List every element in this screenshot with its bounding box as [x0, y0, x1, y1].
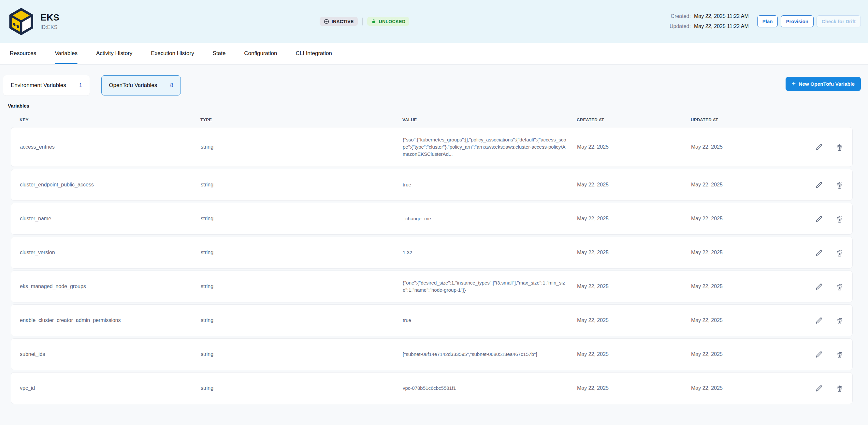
- cell-updated-at: May 22, 2025: [691, 385, 798, 391]
- cell-key: cluster_version: [20, 250, 201, 255]
- trash-icon[interactable]: [835, 282, 843, 291]
- trash-icon[interactable]: [835, 215, 843, 223]
- cell-updated-at: May 22, 2025: [691, 317, 798, 323]
- cell-created-at: May 22, 2025: [577, 317, 691, 323]
- cell-updated-at: May 22, 2025: [691, 351, 798, 357]
- cell-value: vpc-078b51c6cbc5581f1: [403, 385, 577, 392]
- pencil-icon[interactable]: [815, 215, 824, 223]
- cell-value: _change_me_: [403, 215, 577, 222]
- column-header-key: KEY: [20, 117, 200, 122]
- pencil-icon[interactable]: [815, 282, 824, 291]
- cell-type: string: [201, 351, 403, 357]
- table-row: cluster_versionstring1.32May 22, 2025May…: [11, 237, 853, 269]
- table-row: cluster_namestring_change_me_May 22, 202…: [11, 203, 853, 235]
- pencil-icon[interactable]: [815, 384, 824, 392]
- tab-execution-history[interactable]: Execution History: [151, 43, 194, 64]
- row-actions: [798, 249, 843, 257]
- column-header-type: TYPE: [200, 117, 402, 122]
- row-actions: [798, 143, 843, 151]
- column-header-updated-at: UPDATED AT: [691, 117, 798, 122]
- pencil-icon[interactable]: [815, 249, 824, 257]
- circle-minus-icon: [323, 19, 330, 25]
- created-value: May 22, 2025 11:22 AM: [694, 13, 749, 19]
- section-title: Variables: [8, 103, 862, 109]
- cell-type: string: [201, 250, 403, 255]
- tab-cli-integration[interactable]: CLI Integration: [296, 43, 332, 64]
- row-actions: [798, 351, 843, 359]
- plus-icon: +: [792, 80, 796, 87]
- cell-key: access_entries: [20, 144, 201, 150]
- pencil-icon[interactable]: [815, 181, 824, 189]
- trash-icon[interactable]: [835, 384, 843, 392]
- cell-type: string: [201, 283, 403, 290]
- cell-type: string: [201, 385, 403, 391]
- variable-tab-label: Environment Variables: [11, 82, 66, 89]
- opentofu-cube-logo-icon: [8, 8, 34, 35]
- trash-icon[interactable]: [835, 316, 843, 325]
- tab-configuration[interactable]: Configuration: [244, 43, 277, 64]
- plan-button[interactable]: Plan: [757, 15, 778, 27]
- cell-created-at: May 22, 2025: [577, 216, 691, 222]
- variable-tab-count: 8: [170, 82, 173, 89]
- tab-activity-history[interactable]: Activity History: [96, 43, 132, 64]
- tab-state[interactable]: State: [213, 43, 226, 64]
- status-badge-label: UNLOCKED: [379, 19, 406, 24]
- cell-updated-at: May 22, 2025: [691, 144, 798, 150]
- pencil-icon[interactable]: [815, 143, 824, 151]
- new-variable-button-label: New OpenTofu Variable: [799, 81, 855, 87]
- cell-value: {"one":{"desired_size":1,"instance_types…: [403, 279, 577, 294]
- cell-updated-at: May 22, 2025: [691, 182, 798, 188]
- cell-created-at: May 22, 2025: [577, 385, 691, 391]
- variable-tab-count: 1: [79, 82, 82, 89]
- cell-key: cluster_endpoint_public_access: [20, 182, 201, 188]
- variable-tab-opentofu-variables[interactable]: OpenTofu Variables8: [101, 75, 181, 95]
- column-header-created-at: CREATED AT: [577, 117, 691, 122]
- unlock-icon: [371, 19, 377, 24]
- cell-value: {"sso":{"kubernetes_groups":[],"policy_a…: [403, 136, 577, 157]
- table-row: cluster_endpoint_public_accessstringtrue…: [11, 169, 853, 201]
- trash-icon[interactable]: [835, 351, 843, 359]
- table-row: eks_managed_node_groupsstring{"one":{"de…: [11, 271, 853, 302]
- table-row: vpc_idstringvpc-078b51c6cbc5581f1May 22,…: [11, 372, 853, 404]
- cell-value: true: [403, 181, 577, 188]
- table-row: access_entriesstring{"sso":{"kubernetes_…: [11, 127, 853, 167]
- tab-variables[interactable]: Variables: [55, 43, 78, 64]
- trash-icon[interactable]: [835, 143, 843, 151]
- provision-button[interactable]: Provision: [781, 15, 813, 27]
- variables-table: KEYTYPEVALUECREATED ATUPDATED AT access_…: [11, 109, 853, 404]
- cell-type: string: [201, 216, 403, 222]
- row-actions: [798, 282, 843, 291]
- variable-tab-label: OpenTofu Variables: [109, 82, 157, 89]
- variable-type-tabs: Environment Variables1OpenTofu Variables…: [3, 75, 181, 95]
- trash-icon[interactable]: [835, 181, 843, 189]
- check-for-drift-button[interactable]: Check for Drift: [816, 15, 861, 27]
- updated-value: May 22, 2025 11:22 AM: [694, 24, 749, 29]
- table-row: enable_cluster_creator_admin_permissions…: [11, 304, 853, 336]
- new-opentofu-variable-button[interactable]: + New OpenTofu Variable: [785, 77, 861, 91]
- variable-tab-environment-variables[interactable]: Environment Variables1: [3, 75, 90, 95]
- cell-updated-at: May 22, 2025: [691, 283, 798, 290]
- table-header-row: KEYTYPEVALUECREATED ATUPDATED AT: [11, 109, 853, 127]
- cell-created-at: May 22, 2025: [577, 144, 691, 150]
- status-badge-unlocked: UNLOCKED: [367, 17, 409, 26]
- cell-created-at: May 22, 2025: [577, 250, 691, 255]
- trash-icon[interactable]: [835, 249, 843, 257]
- cell-created-at: May 22, 2025: [577, 182, 691, 188]
- cell-key: cluster_name: [20, 216, 201, 222]
- pencil-icon[interactable]: [815, 351, 824, 359]
- row-actions: [798, 316, 843, 325]
- tab-resources[interactable]: Resources: [10, 43, 36, 64]
- cell-key: enable_cluster_creator_admin_permissions: [20, 317, 201, 323]
- tab-bar: ResourcesVariablesActivity HistoryExecut…: [0, 43, 868, 64]
- cell-key: subnet_ids: [20, 351, 201, 357]
- row-actions: [798, 215, 843, 223]
- cell-type: string: [201, 182, 403, 188]
- cell-updated-at: May 22, 2025: [691, 250, 798, 255]
- pencil-icon[interactable]: [815, 316, 824, 325]
- row-actions: [798, 384, 843, 392]
- cell-created-at: May 22, 2025: [577, 283, 691, 290]
- timestamps: Created: May 22, 2025 11:22 AM Updated: …: [670, 13, 749, 29]
- cell-value: ["subnet-08f14e7142d333595","subnet-0680…: [403, 351, 577, 358]
- updated-label: Updated:: [670, 24, 691, 29]
- created-label: Created:: [671, 13, 691, 19]
